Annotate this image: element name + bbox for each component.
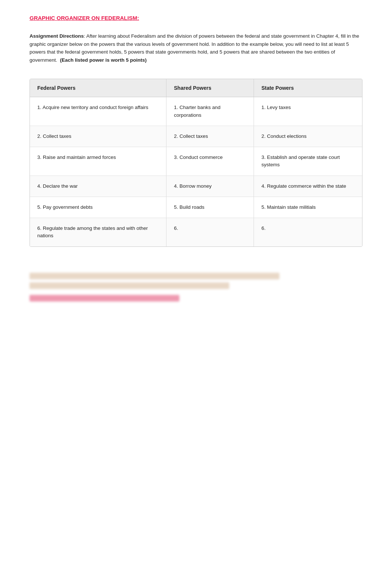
cell-federal-1: 1. Acquire new territory and conduct for… xyxy=(30,97,166,126)
table-row: 6. Regulate trade among the states and w… xyxy=(30,218,362,246)
cell-state-6: 6. xyxy=(254,218,362,246)
cell-shared-1: 1. Charter banks and corporations xyxy=(166,97,254,126)
cell-shared-6: 6. xyxy=(166,218,254,246)
table-header-row: Federal Powers Shared Powers State Power… xyxy=(30,79,362,97)
table-row: 5. Pay government debts5. Build roads5. … xyxy=(30,197,362,218)
table-row: 2. Collect taxes2. Collect taxes2. Condu… xyxy=(30,126,362,147)
table-row: 3. Raise and maintain armed forces3. Con… xyxy=(30,147,362,176)
cell-state-3: 3. Establish and operate state court sys… xyxy=(254,147,362,176)
cell-state-1: 1. Levy taxes xyxy=(254,97,362,126)
assignment-directions: Assignment Directions: After learning ab… xyxy=(30,32,362,64)
page-title: GRAPHIC ORGANIZER ON FEDERALISM: xyxy=(30,15,362,21)
header-state: State Powers xyxy=(254,79,362,97)
cell-state-2: 2. Conduct elections xyxy=(254,126,362,147)
assignment-label: Assignment Directions xyxy=(30,33,84,39)
cell-federal-6: 6. Regulate trade among the states and w… xyxy=(30,218,166,246)
table-row: 4. Declare the war4. Borrow money4. Regu… xyxy=(30,176,362,197)
cell-federal-2: 2. Collect taxes xyxy=(30,126,166,147)
cell-state-4: 4. Regulate commerce within the state xyxy=(254,176,362,197)
powers-table: Federal Powers Shared Powers State Power… xyxy=(30,79,362,246)
cell-shared-3: 3. Conduct commerce xyxy=(166,147,254,176)
cell-shared-5: 5. Build roads xyxy=(166,197,254,218)
assignment-emphasis: (Each listed power is worth 5 points) xyxy=(60,57,147,63)
table-wrapper: Federal Powers Shared Powers State Power… xyxy=(30,79,362,246)
table-row: 1. Acquire new territory and conduct for… xyxy=(30,97,362,126)
blurred-section xyxy=(30,265,362,312)
header-shared: Shared Powers xyxy=(166,79,254,97)
cell-federal-4: 4. Declare the war xyxy=(30,176,166,197)
blurred-line-2 xyxy=(30,282,229,289)
blurred-line-3 xyxy=(30,295,179,302)
blurred-line-1 xyxy=(30,273,279,279)
cell-federal-3: 3. Raise and maintain armed forces xyxy=(30,147,166,176)
cell-shared-4: 4. Borrow money xyxy=(166,176,254,197)
header-federal: Federal Powers xyxy=(30,79,166,97)
cell-state-5: 5. Maintain state militials xyxy=(254,197,362,218)
cell-shared-2: 2. Collect taxes xyxy=(166,126,254,147)
cell-federal-5: 5. Pay government debts xyxy=(30,197,166,218)
